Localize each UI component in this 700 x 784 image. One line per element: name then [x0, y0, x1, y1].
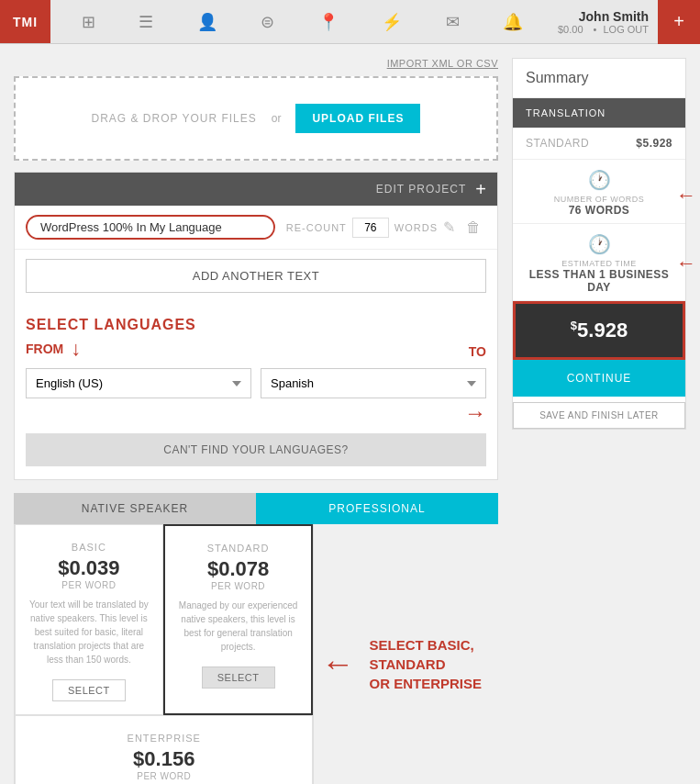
cant-find-languages-button[interactable]: CAN'T FIND YOUR LANGUAGES? [26, 433, 486, 466]
standard-card-price: $0.078 [178, 557, 299, 581]
project-header: EDIT PROJECT + [15, 173, 497, 206]
edit-icon-button[interactable]: ✎ [438, 217, 461, 238]
left-content: IMPORT XML OR CSV DRAG & DROP YOUR FILES… [14, 58, 498, 784]
add-button-icon[interactable]: + [658, 0, 700, 44]
num-words-label: NUMBER OF WORDS [522, 195, 676, 204]
upload-or: or [272, 112, 282, 125]
summary-translation-tab: TRANSLATION [513, 98, 685, 128]
to-language-select[interactable]: Spanish [261, 368, 486, 398]
nav-icon-mail[interactable]: ✉ [439, 8, 467, 36]
tmi-logo: TMI [0, 0, 50, 43]
standard-pricing-card: STANDARD $0.078 PER WORD Managed by our … [163, 524, 314, 715]
continue-button[interactable]: CONTINUE [513, 360, 685, 397]
basic-card-title: BASIC [28, 542, 150, 553]
user-name: John Smith [579, 9, 649, 24]
summary-standard-price: $5.928 [636, 137, 672, 150]
professional-tab[interactable]: PROFESSIONAL [256, 493, 498, 524]
from-annotation: FROM [26, 342, 63, 356]
summary-standard-label: STANDARD [526, 137, 589, 150]
summary-total: $5.928 [513, 301, 685, 360]
pricing-area: BASIC $0.039 PER WORD Your text will be … [14, 524, 498, 784]
time-arrow-annotation: ← [676, 252, 696, 275]
total-value: 5.928 [577, 319, 628, 342]
time-icon: 🕐 [522, 233, 676, 255]
enterprise-card-price: $0.156 [28, 747, 299, 771]
words-label: WORDS [394, 222, 438, 233]
num-words-value: 76 WORDS [522, 204, 676, 217]
summary-time-stat: 🕐 ESTIMATED TIME LESS THAN 1 BUSINESS DA… [513, 224, 685, 301]
nav-icon-bolt[interactable]: ⚡ [374, 8, 409, 36]
basic-select-button[interactable]: SELECT [52, 679, 126, 701]
user-info: John Smith $0.00 • LOG OUT [554, 9, 658, 35]
project-section: EDIT PROJECT + WordPress 100% In My Lang… [14, 172, 498, 480]
logout-link[interactable]: LOG OUT [603, 24, 649, 35]
enterprise-card-per-word: PER WORD [28, 771, 299, 781]
recount-label: RE-COUNT [286, 222, 347, 233]
project-name: WordPress 100% In My Language [26, 215, 275, 240]
est-time-value: LESS THAN 1 BUSINESS DAY [522, 268, 676, 294]
nav-icon-layers[interactable]: ⊜ [253, 8, 282, 36]
add-another-text-button[interactable]: ADD ANOTHER TEXT [26, 259, 486, 293]
language-select-row: English (US) Spanish [26, 368, 486, 398]
nav-icon-grid[interactable]: ⊞ [74, 8, 103, 36]
delete-icon-button[interactable]: 🗑 [461, 218, 486, 238]
standard-card-desc: Managed by our experienced native speake… [178, 599, 299, 654]
select-basic-annotation: SELECT BASIC,STANDARDOR ENTERPRISE [360, 626, 491, 702]
left-arrow-annotation: ← [321, 644, 354, 683]
enterprise-pricing-card: ENTERPRISE $0.156 PER WORD [15, 715, 313, 784]
from-language-select[interactable]: English (US) [26, 368, 251, 398]
nav-icon-user[interactable]: 👤 [190, 8, 225, 36]
standard-card-title: STANDARD [178, 543, 299, 554]
project-add-button[interactable]: + [475, 180, 486, 198]
upload-area: DRAG & DROP YOUR FILES or UPLOAD FILES [14, 76, 498, 161]
main-layout: IMPORT XML OR CSV DRAG & DROP YOUR FILES… [0, 44, 700, 784]
enterprise-card-title: ENTERPRISE [28, 733, 299, 744]
basic-card-desc: Your text will be translated by native s… [28, 598, 150, 666]
standard-card-per-word: PER WORD [178, 581, 299, 591]
pricing-cards: BASIC $0.039 PER WORD Your text will be … [14, 524, 314, 784]
import-link[interactable]: IMPORT XML OR CSV [14, 58, 498, 69]
down-arrow-annotation: ↓ [71, 337, 81, 361]
order-details-section: SELECT LANGUAGES FROM ↓ TO English (US) [15, 311, 497, 479]
top-nav: TMI ⊞ ☰ 👤 ⊜ 📍 ⚡ ✉ 🔔 John Smith $0.00 • L… [0, 0, 700, 44]
to-select-arrow: → [26, 400, 486, 426]
nav-icon-doc[interactable]: ☰ [131, 8, 161, 36]
select-languages-annotation: SELECT LANGUAGES [26, 317, 196, 333]
to-annotation: TO [469, 344, 486, 359]
recount-input[interactable] [352, 218, 389, 238]
select-basic-annotation-area: ← SELECT BASIC,STANDARDOR ENTERPRISE [314, 524, 498, 784]
words-clock-icon: 🕐 [522, 169, 676, 191]
est-time-label: ESTIMATED TIME [522, 259, 676, 268]
edit-project-button[interactable]: EDIT PROJECT [376, 183, 466, 196]
nav-icon-bell[interactable]: 🔔 [495, 8, 530, 36]
summary-standard-row: STANDARD $5.928 [513, 128, 685, 160]
summary-title: Summary [513, 59, 685, 98]
recount-section: RE-COUNT WORDS [286, 218, 438, 238]
nav-icons: ⊞ ☰ 👤 ⊜ 📍 ⚡ ✉ 🔔 [50, 8, 554, 36]
upload-files-button[interactable]: UPLOAD FILES [295, 104, 420, 133]
basic-card-per-word: PER WORD [28, 580, 150, 590]
standard-select-button[interactable]: SELECT [202, 666, 275, 689]
upload-drag-text: DRAG & DROP YOUR FILES [92, 112, 257, 125]
save-later-button[interactable]: SAVE AND FINISH LATER [513, 402, 685, 429]
annotation-select-languages: SELECT LANGUAGES FROM ↓ TO [26, 317, 486, 364]
project-row: WordPress 100% In My Language RE-COUNT W… [15, 206, 497, 250]
basic-pricing-card: BASIC $0.039 PER WORD Your text will be … [15, 524, 163, 715]
add-text-wrapper: ADD ANOTHER TEXT [15, 250, 497, 311]
summary-box: Summary TRANSLATION STANDARD $5.928 🕐 NU… [512, 58, 686, 430]
basic-card-price: $0.039 [28, 556, 150, 580]
project-header-actions: EDIT PROJECT + [376, 180, 486, 198]
words-arrow-annotation: ← [676, 184, 696, 207]
native-speaker-tab[interactable]: NATIVE SPEAKER [14, 493, 256, 524]
right-sidebar: Summary TRANSLATION STANDARD $5.928 🕐 NU… [512, 58, 686, 784]
user-meta: $0.00 • LOG OUT [554, 24, 649, 35]
pricing-tabs: NATIVE SPEAKER PROFESSIONAL [14, 493, 498, 524]
summary-words-stat: 🕐 NUMBER OF WORDS 76 WORDS ← [513, 160, 685, 224]
nav-icon-pin[interactable]: 📍 [311, 8, 346, 36]
